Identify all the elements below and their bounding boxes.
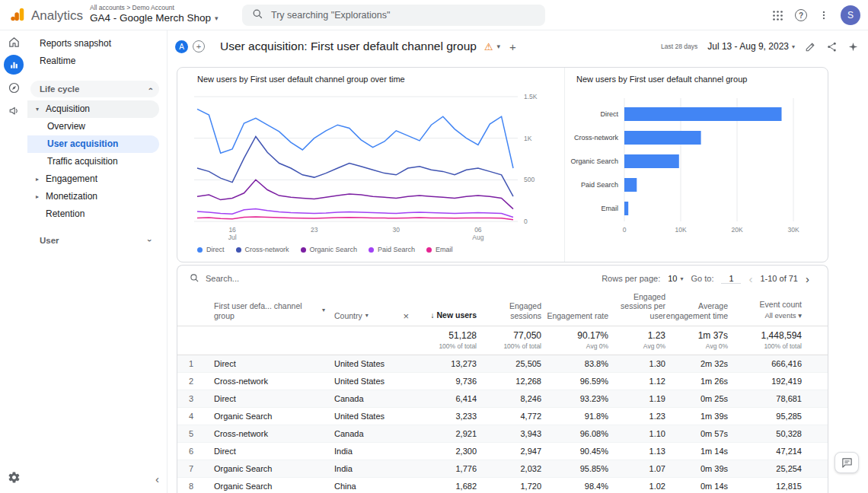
nav-monetization[interactable]: ▸ Monetization xyxy=(27,188,159,205)
column-header-average-engagement-time[interactable]: Average engagement time xyxy=(665,301,728,320)
rows-per-page-select[interactable]: 10 ▾ xyxy=(668,274,683,283)
share-icon[interactable] xyxy=(826,41,838,52)
line-series-paid-search xyxy=(197,209,513,218)
chevron-down-icon: › xyxy=(148,232,152,249)
date-range-label: Last 28 days xyxy=(661,43,697,50)
next-page-icon[interactable]: › xyxy=(806,273,809,285)
table-row[interactable]: 4Organic SearchUnited States3,2334,77291… xyxy=(177,408,828,425)
edit-report-icon[interactable] xyxy=(805,41,816,52)
home-icon[interactable] xyxy=(0,30,27,53)
cell-new-users: 1,776 xyxy=(410,464,477,473)
goto-page-input[interactable] xyxy=(721,274,741,284)
table-card: Search... Rows per page: 10 ▾ Go to: ‹ 1… xyxy=(177,265,828,493)
legend-item-organic-search[interactable]: Organic Search xyxy=(301,246,358,253)
cell-avg-engagement-time: 0m 39s xyxy=(665,464,728,473)
row-index: 4 xyxy=(177,412,205,421)
rows-per-page-label: Rows per page: xyxy=(602,274,660,283)
cell-avg-engagement-time: 1m 14s xyxy=(665,447,728,456)
x-axis-label: 30K xyxy=(787,226,799,234)
cell-engagement-rate: 83.8% xyxy=(541,359,608,368)
nav-realtime[interactable]: Realtime xyxy=(27,52,167,70)
title-chevron-icon[interactable]: ▾ xyxy=(497,43,501,50)
nav-section-lifecycle[interactable]: Life cycle › xyxy=(30,81,159,97)
table-row[interactable]: 8Organic SearchChina1,6821,72098.4%1.020… xyxy=(177,478,828,493)
nav-engagement[interactable]: ▸ Engagement xyxy=(27,170,159,188)
column-header-new-users[interactable]: ↓ New users xyxy=(410,310,477,321)
cell-event-count: 78,681 xyxy=(728,394,802,403)
total-engaged-per-user: 1.23 xyxy=(608,330,665,341)
legend-dot xyxy=(369,247,374,253)
nav-reports-snapshot[interactable]: Reports snapshot xyxy=(27,35,167,52)
advertising-icon[interactable] xyxy=(0,99,27,122)
more-vert-icon[interactable] xyxy=(819,10,829,21)
bar-paid-search xyxy=(624,178,637,192)
cell-engaged-per-user: 1.10 xyxy=(608,429,665,438)
cell-engagement-rate: 95.85% xyxy=(541,464,608,473)
legend-item-direct[interactable]: Direct xyxy=(197,246,225,253)
insights-icon[interactable] xyxy=(847,41,859,52)
account-switcher[interactable]: All accounts > Demo Account GA4 - Google… xyxy=(90,4,219,24)
add-report-button[interactable]: + xyxy=(509,40,516,53)
user-avatar[interactable]: S xyxy=(841,5,860,25)
nav-acquisition[interactable]: ▾ Acquisition xyxy=(27,100,159,118)
remove-dimension-icon[interactable]: × xyxy=(403,312,409,322)
cell-avg-engagement-time: 0m 57s xyxy=(665,429,728,438)
legend-item-cross-network[interactable]: Cross-network xyxy=(236,246,289,253)
cell-country: China xyxy=(325,482,410,491)
table-row[interactable]: 1DirectUnited States13,27325,50583.8%1.3… xyxy=(177,355,828,373)
explore-icon[interactable] xyxy=(0,76,27,99)
bar-category-label: Cross-network xyxy=(574,134,619,142)
help-icon[interactable]: ? xyxy=(795,9,807,21)
table-row[interactable]: 5Cross-networkCanada2,9213,94396.08%1.10… xyxy=(177,425,828,443)
legend-item-email[interactable]: Email xyxy=(426,246,453,253)
apps-grid-icon[interactable] xyxy=(772,10,783,21)
feedback-button[interactable] xyxy=(834,452,859,473)
legend-item-paid-search[interactable]: Paid Search xyxy=(369,246,415,253)
table-search-input[interactable]: Search... xyxy=(190,273,239,285)
analytics-logo[interactable]: Analytics xyxy=(9,6,83,26)
x-axis-label: 20K xyxy=(731,226,742,234)
reports-icon[interactable] xyxy=(0,53,27,76)
column-header-country[interactable]: Country ▾ × xyxy=(325,311,410,321)
prev-page-icon[interactable]: ‹ xyxy=(748,273,752,285)
collapse-nav-icon[interactable]: ‹ xyxy=(155,472,159,485)
icon-rail xyxy=(0,30,27,493)
chevron-down-icon: ▾ xyxy=(792,43,795,50)
admin-gear-icon[interactable] xyxy=(0,471,27,484)
table-row[interactable]: 3DirectCanada6,4148,24693.23%1.190m 25s7… xyxy=(177,390,828,408)
table-row[interactable]: 7Organic SearchIndia1,7762,03295.85%1.07… xyxy=(177,460,828,478)
nav-traffic-acquisition[interactable]: Traffic acquisition xyxy=(27,153,159,170)
cell-engaged-sessions: 2,032 xyxy=(477,464,541,473)
nav-section-user[interactable]: User › xyxy=(30,232,159,249)
product-name: Analytics xyxy=(31,8,83,24)
bar-chart-svg[interactable]: 010K20K30KDirectCross-networkOrganic Sea… xyxy=(568,87,827,240)
warning-icon[interactable]: ⚠ xyxy=(484,41,493,52)
nav-acquisition-overview[interactable]: Overview xyxy=(27,118,159,135)
column-header-engaged-sessions[interactable]: Engaged sessions xyxy=(477,301,541,320)
column-header-event-count[interactable]: Event count All events ▾ xyxy=(728,300,802,320)
sort-descending-icon: ↓ xyxy=(431,311,435,320)
cell-new-users: 9,736 xyxy=(410,377,477,386)
cell-event-count: 47,214 xyxy=(728,447,802,456)
cell-country: United States xyxy=(325,412,410,421)
table-row[interactable]: 6DirectIndia2,3002,94790.45%1.131m 14s47… xyxy=(177,443,828,460)
column-header-channel-group[interactable]: First user defa... channel group ▾ xyxy=(205,301,325,320)
table-row[interactable]: 2Cross-networkUnited States9,73612,26896… xyxy=(177,373,828,390)
topbar: Analytics All accounts > Demo Account GA… xyxy=(0,0,868,30)
event-count-filter[interactable]: All events ▾ xyxy=(728,311,802,321)
comparison-chip[interactable]: A xyxy=(175,40,188,53)
add-comparison-button[interactable]: + xyxy=(193,40,205,52)
nav-retention[interactable]: Retention xyxy=(27,205,159,223)
date-range-picker[interactable]: Jul 13 - Aug 9, 2023 ▾ xyxy=(707,41,795,52)
search-icon xyxy=(190,273,199,285)
x-axis-label: 23 xyxy=(311,226,318,234)
nav-user-acquisition[interactable]: User acquisition xyxy=(27,135,159,153)
cell-engaged-per-user: 1.19 xyxy=(608,394,665,403)
column-header-engagement-rate[interactable]: Engagement rate xyxy=(541,311,608,321)
global-search-input[interactable]: Try searching "Explorations" xyxy=(242,5,545,26)
column-header-engaged-sessions-per-user[interactable]: Engaged sessions per user xyxy=(608,292,665,321)
cell-country: India xyxy=(325,447,410,456)
line-series-email xyxy=(197,217,513,220)
line-chart-svg[interactable]: 05001K1.5K16Jul233006Aug xyxy=(190,84,547,246)
cell-channel: Organic Search xyxy=(205,482,325,491)
